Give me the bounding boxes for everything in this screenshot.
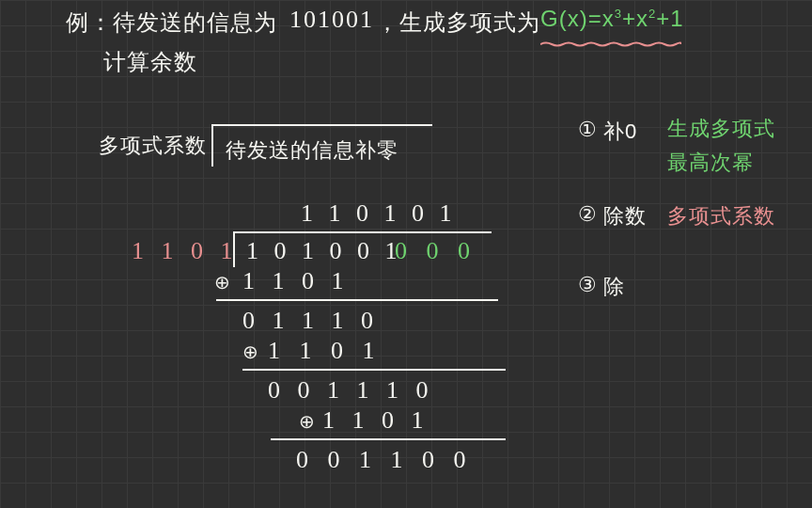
title-part1: 例：待发送的信息为 [66,8,277,38]
row2-xor: 1 1 0 1 [268,337,382,365]
gx-underline-squiggle [540,34,681,40]
quotient: 1 1 0 1 0 1 [301,199,457,228]
step2-note: 多项式系数 [667,202,775,230]
hr-1 [216,299,498,301]
title-part2: ，生成多项式为 [376,8,540,38]
step1-note-a: 生成多项式 [667,115,775,143]
gx-exp1: 3 [615,7,622,21]
divisor: 1 1 0 1 [132,237,239,265]
dividend-pad: 0 0 0 [395,237,476,265]
dividend-main: 1 0 1 0 0 1 [246,237,402,265]
schematic-bracket-vert [211,124,213,167]
gx-formula: G(x)=x3+x2+1 [540,6,684,32]
step3-num: ③ [578,273,598,297]
step1-note-b: 最高次幂 [667,149,754,177]
gx-end: +1 [656,6,683,31]
gx-label: G(x)=x [540,6,615,31]
row3-xor: 1 1 0 1 [322,406,429,435]
division-bar-top [233,231,492,233]
xor-symbol-2: ⊕ [242,341,259,363]
step3-label: 除 [603,273,625,301]
schematic-bracket-top [211,124,432,126]
row3-res: 0 0 1 1 1 0 [268,376,434,405]
title-bits: 101001 [289,6,374,34]
gx-exp2: 2 [648,7,656,21]
hr-3 [271,438,506,440]
step2-label: 除数 [603,202,647,230]
row2-res: 0 1 1 1 0 [242,307,379,335]
blackboard-content: 例：待发送的信息为 101001 ，生成多项式为 G(x)=x3+x2+1 计算… [0,0,812,508]
step1-label: 补0 [603,118,637,146]
xor-symbol-1: ⊕ [214,271,231,294]
div-label-right: 待发送的信息补零 [226,136,398,165]
xor-symbol-3: ⊕ [299,410,316,433]
div-label-left: 多项式系数 [99,132,207,160]
row1-xor: 1 1 0 1 [242,267,350,295]
hr-2 [242,369,506,371]
row4-res: 0 0 1 1 0 0 [296,446,473,474]
step1-num: ① [578,118,598,142]
step2-num: ② [578,202,598,227]
gx-mid: +x [622,6,648,31]
subtitle: 计算余数 [103,47,197,77]
